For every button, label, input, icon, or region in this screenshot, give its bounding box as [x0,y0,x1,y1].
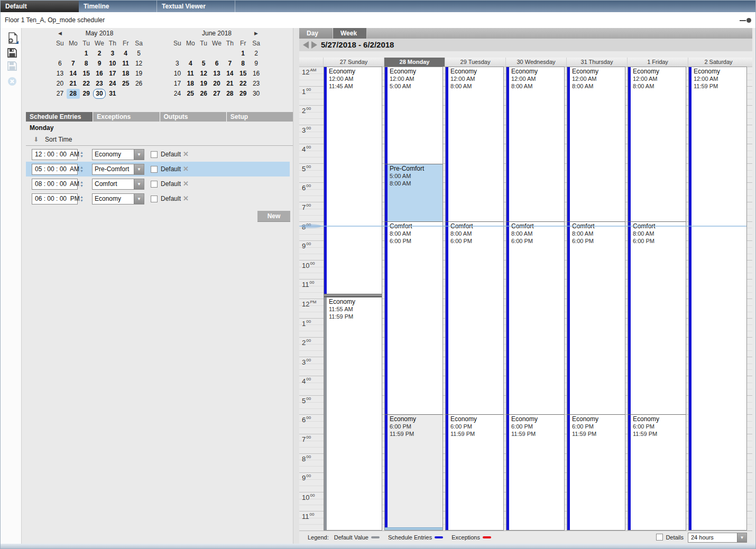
schedule-entry-row[interactable]: 06 : 00 : 00 PM▲▼Economy▼Default✕ [26,191,290,206]
top-tab-textual-viewer[interactable]: Textual Viewer [157,1,235,12]
default-checkbox[interactable] [151,151,158,158]
delete-entry-icon[interactable]: ✕ [183,194,189,202]
schedule-block[interactable]: Comfort8:00 AM6:00 PM [567,221,625,414]
entry-value-dropdown[interactable]: Comfort▼ [92,179,144,190]
day-column[interactable]: Economy12:00 AM8:00 AMComfort8:00 AM6:00… [567,67,625,531]
calendar-day-cell[interactable]: 2 [93,49,106,59]
schedule-entry-row[interactable]: 12 : 00 : 00 AM▲▼Economy▼Default✕ [26,147,290,162]
calendar-day-cell[interactable]: 30 [93,89,106,99]
schedule-block[interactable]: Economy6:00 PM11:59 PM [385,414,442,530]
schedule-block[interactable]: Pre-Comfort5:00 AM8:00 AM [385,164,442,222]
calendar-day-cell[interactable]: 17 [171,79,184,89]
calendar-day-cell[interactable]: 16 [250,69,263,79]
panel-tab-schedule-entries[interactable]: Schedule Entries [26,112,93,122]
calendar-day-cell[interactable]: 19 [197,79,210,89]
calendar-day-cell[interactable]: 13 [210,69,224,79]
day-header[interactable]: 2 Saturday [688,58,749,67]
calendar-day-cell[interactable]: 7 [67,59,80,69]
calendar-day-cell[interactable]: 6 [53,59,67,69]
panel-tab-setup[interactable]: Setup [226,112,293,122]
calendar-day-cell[interactable]: 11 [184,69,197,79]
day-header[interactable]: 30 Wednesday [505,58,566,67]
calendar-day-cell[interactable]: 20 [210,79,224,89]
entry-time-input[interactable]: 12 : 00 : 00 AM [32,149,78,160]
calendar-day-cell[interactable]: 10 [171,69,184,79]
schedule-block[interactable]: Economy11:55 AM11:59 PM [324,297,382,530]
cancel-icon[interactable] [7,77,17,88]
schedule-block[interactable]: Economy12:00 AM8:00 AM [446,67,503,221]
previous-week-button[interactable] [303,41,309,49]
entry-time-input[interactable]: 05 : 00 : 00 AM [32,164,78,175]
calendar-day-cell[interactable]: 27 [53,89,67,99]
calendar-day-cell[interactable]: 31 [106,89,119,99]
calendar-day-cell[interactable]: 18 [184,79,197,89]
calendar-day-cell[interactable]: 19 [132,69,145,79]
calendar-day-cell[interactable]: 4 [119,49,132,59]
schedule-block[interactable]: Economy12:00 AM11:45 AM [324,67,382,294]
time-spinner[interactable]: ▲▼ [79,148,85,160]
day-column[interactable]: Economy12:00 AM8:00 AMComfort8:00 AM6:00… [506,67,565,531]
schedule-block[interactable]: Comfort8:00 AM6:00 PM [628,221,686,414]
calendar-day-cell[interactable]: 12 [197,69,210,79]
next-week-button[interactable] [311,41,317,49]
calendar-day-cell[interactable]: 13 [53,69,67,79]
top-tab-default[interactable]: Default [1,1,79,12]
calendar-day-cell[interactable]: 5 [197,59,210,69]
day-column[interactable]: Economy12:00 AM11:45 AMEconomy11:55 AM11… [324,67,382,531]
entry-value-dropdown[interactable]: Pre-Comfort▼ [92,164,144,175]
calendar-day-cell[interactable]: 2 [250,49,263,59]
calendar-day-cell[interactable]: 24 [171,89,184,99]
schedule-entry-row[interactable]: 08 : 00 : 00 AM▲▼Comfort▼Default✕ [26,176,290,191]
default-checkbox[interactable] [151,181,158,188]
spinner-up-icon[interactable]: ▲ [79,195,85,199]
spinner-up-icon[interactable]: ▲ [79,165,85,169]
schedule-block[interactable]: Economy12:00 AM8:00 AM [628,67,686,221]
entry-time-input[interactable]: 06 : 00 : 00 PM [32,193,78,204]
day-column[interactable]: Economy12:00 AM8:00 AMComfort8:00 AM6:00… [628,67,686,531]
time-spinner[interactable]: ▲▼ [79,163,85,175]
calendar-day-cell[interactable]: 11 [119,59,132,69]
calendar-day-cell[interactable]: 8 [236,59,250,69]
view-tab-day[interactable]: Day [299,28,333,39]
calendar-day-cell[interactable]: 20 [53,79,67,89]
calendar-day-cell[interactable]: 26 [197,89,210,99]
schedule-entry-row[interactable]: 05 : 00 : 00 AM▲▼Pre-Comfort▼Default✕ [26,162,290,176]
calendar-day-cell[interactable]: 28 [223,89,236,99]
panel-tab-exceptions[interactable]: Exceptions [93,112,159,122]
calendar-day-cell[interactable]: 3 [106,49,119,59]
calendar-day-cell[interactable]: 26 [132,79,145,89]
calendar-day-cell[interactable]: 18 [119,69,132,79]
calendar-day-cell[interactable]: 17 [106,69,119,79]
day-column[interactable]: Economy12:00 AM5:00 AMPre-Comfort5:00 AM… [384,67,443,531]
calendar-day-cell[interactable]: 29 [236,89,250,99]
entry-value-dropdown[interactable]: Economy▼ [92,193,144,204]
calendar-prev-arrow-icon[interactable]: ◀ [53,31,67,36]
day-column[interactable]: Economy12:00 AM8:00 AMComfort8:00 AM6:00… [445,67,504,531]
schedule-block[interactable]: Economy6:00 PM11:59 PM [506,414,564,530]
sort-time-button[interactable]: ⬇ Sort Time [33,135,72,144]
schedule-block[interactable]: Economy6:00 PM11:59 PM [628,414,686,530]
default-checkbox[interactable] [151,166,158,173]
calendar-day-cell[interactable]: 23 [93,79,106,89]
schedule-block[interactable]: Economy6:00 PM11:59 PM [567,414,625,530]
calendar-day-cell[interactable]: 6 [210,59,224,69]
day-header[interactable]: 31 Thursday [566,58,627,67]
spinner-down-icon[interactable]: ▼ [79,184,85,188]
entry-value-dropdown[interactable]: Economy▼ [92,149,144,160]
delete-entry-icon[interactable]: ✕ [183,150,189,158]
calendar-day-cell[interactable]: 15 [80,69,93,79]
schedule-block[interactable]: Economy6:00 PM11:59 PM [446,414,503,530]
calendar-day-cell[interactable]: 4 [184,59,197,69]
calendar-day-cell[interactable]: 14 [67,69,80,79]
calendar-day-cell[interactable]: 22 [80,79,93,89]
panel-tab-outputs[interactable]: Outputs [160,112,226,122]
calendar-day-cell[interactable]: 21 [223,79,236,89]
delete-entry-icon[interactable]: ✕ [183,165,189,173]
day-header[interactable]: 29 Tuesday [445,58,505,67]
day-header[interactable]: 27 Sunday [323,58,384,67]
time-scale-dropdown[interactable]: 24 hours ▼ [688,533,747,543]
view-tab-week[interactable]: Week [333,28,367,39]
spinner-down-icon[interactable]: ▼ [79,199,85,202]
calendar-day-cell[interactable]: 28 [67,89,80,99]
day-header[interactable]: 28 Monday [384,58,445,67]
